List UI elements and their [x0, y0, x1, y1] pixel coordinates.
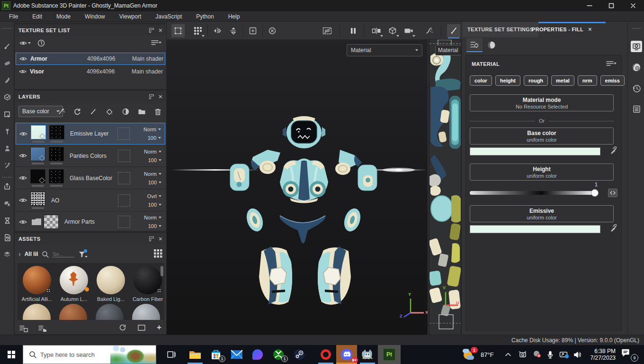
paint-tool-icon[interactable] [2, 41, 12, 51]
float-panel-icon[interactable] [149, 94, 154, 99]
mesh-display-icon[interactable] [386, 24, 399, 37]
maximize-button[interactable] [600, 0, 622, 11]
layer-mask-thumbnail[interactable] [49, 125, 64, 139]
eye-icon[interactable] [16, 56, 30, 61]
menu-edit[interactable]: Edit [25, 11, 49, 22]
float-panel-icon[interactable] [149, 237, 154, 241]
layer-row-ao[interactable]: AO Ovrl 100 [16, 190, 165, 211]
add-group-icon[interactable] [138, 108, 146, 115]
layer-color-thumbnail[interactable] [30, 169, 45, 183]
channel-color-button[interactable]: color [470, 75, 492, 86]
import-resources-icon[interactable] [38, 325, 47, 332]
layer-material-slot[interactable] [118, 172, 130, 184]
taskbar-file-explorer[interactable] [185, 345, 206, 364]
channel-emiss-button[interactable]: emiss [600, 75, 625, 86]
viewport-3d[interactable]: Material Y X Z [167, 40, 428, 335]
asset-item[interactable] [132, 304, 160, 320]
close-panel-icon[interactable]: × [159, 237, 162, 241]
pause-engine-icon[interactable] [347, 24, 360, 37]
minimize-button[interactable] [579, 0, 600, 11]
start-button[interactable] [0, 345, 23, 364]
fill-bucket-icon[interactable] [106, 108, 114, 116]
manipulator-tool-icon[interactable] [171, 24, 185, 37]
taskbar-search[interactable] [23, 345, 156, 364]
blend-mode-select[interactable]: Norm [144, 149, 161, 155]
emissive-eyedropper-icon[interactable] [610, 224, 617, 232]
log-icon[interactable] [631, 103, 642, 115]
menu-viewport[interactable]: Viewport [112, 11, 148, 22]
subtab-properties[interactable] [466, 38, 483, 52]
opacity-select[interactable]: 100 [148, 202, 161, 208]
taskbar-mail[interactable] [226, 345, 247, 364]
close-panel-icon[interactable]: × [159, 28, 162, 33]
paint-brush-icon[interactable] [447, 24, 460, 37]
taskbar-xbox[interactable]: 1 [268, 345, 289, 364]
opacity-select[interactable]: 100 [148, 223, 161, 229]
clone-tool-icon[interactable] [2, 126, 12, 136]
channel-height-button[interactable]: height [495, 75, 520, 86]
asset-item[interactable] [96, 304, 124, 320]
hourglass-icon[interactable] [2, 215, 12, 226]
taskbar-game[interactable] [357, 345, 378, 364]
asset-item[interactable]: Carbon Fiber [131, 266, 164, 302]
filter-icon[interactable] [78, 251, 86, 258]
particles-icon[interactable] [423, 24, 436, 37]
eye-icon[interactable] [16, 153, 30, 158]
polygon-fill-tool-icon[interactable] [2, 92, 12, 102]
bake-icon[interactable] [2, 198, 12, 209]
height-button[interactable]: Height uniform color [470, 164, 614, 181]
tray-disconnected-icon[interactable] [533, 350, 541, 359]
dock-handle[interactable] [631, 27, 642, 29]
taskbar-clock[interactable]: 6:38 PM 7/27/2023 [590, 348, 616, 361]
blend-mode-select[interactable]: Ovrl [147, 193, 161, 199]
delete-layer-icon[interactable] [154, 108, 161, 116]
group-folder-icon[interactable] [32, 218, 41, 225]
uv-tiling-icon[interactable] [191, 24, 205, 37]
grid-view-icon[interactable] [154, 249, 162, 259]
viewport-material-select[interactable]: Material [347, 44, 422, 56]
asset-item[interactable]: Baked Lig... [94, 266, 127, 302]
menu-python[interactable]: Python [189, 11, 221, 22]
texture-set-row-armor[interactable]: Armor 4096x4096 Main shader [16, 53, 165, 65]
channel-nrm-button[interactable]: nrm [578, 75, 597, 86]
base-color-eyedropper-icon[interactable] [610, 146, 617, 154]
add-effect-icon[interactable] [122, 108, 130, 116]
layer-row-panties[interactable]: Panties Colors Norm 100 [16, 145, 165, 167]
panel-menu-icon[interactable] [151, 39, 161, 46]
layer-color-thumbnail[interactable] [30, 147, 45, 161]
emissive-swatch[interactable] [470, 225, 600, 233]
refresh-icon[interactable] [119, 324, 126, 331]
tab-texture-set-settings[interactable]: TEXTURE SET SETTINGS [463, 22, 538, 37]
symmetry-vertical-icon[interactable] [227, 24, 240, 37]
channel-metal-button[interactable]: metal [551, 75, 574, 86]
materials-icon[interactable] [2, 249, 12, 260]
menu-window[interactable]: Window [78, 11, 112, 22]
eye-icon[interactable] [16, 175, 30, 181]
opacity-select[interactable]: 100 [148, 180, 161, 185]
viewport2d-material-select[interactable]: Material [435, 45, 462, 55]
notification-center[interactable]: 9 [621, 348, 637, 361]
channel-filter-select[interactable]: Base color [18, 106, 63, 117]
texture-set-row-visor[interactable]: Visor 4096x4096 Main shader [16, 65, 165, 78]
expand-tree-icon[interactable]: › [18, 250, 21, 258]
tray-capture-icon[interactable] [519, 351, 527, 358]
close-panel-icon[interactable]: × [159, 94, 162, 99]
layer-color-thumbnail[interactable] [31, 125, 46, 139]
float-panel-icon[interactable] [149, 28, 154, 33]
task-view-button[interactable] [161, 345, 182, 364]
layer-mask-thumbnail[interactable] [49, 147, 64, 161]
eye-icon[interactable] [16, 69, 30, 74]
save-shelf-icon[interactable] [19, 325, 28, 332]
subtab-material-sphere[interactable] [483, 38, 500, 52]
export-icon[interactable] [2, 181, 12, 191]
dock-handle[interactable] [2, 176, 12, 178]
layer-row-emissive[interactable]: Emissive Layer Norm 100 [16, 123, 165, 145]
section-menu-icon[interactable] [606, 60, 617, 67]
base-color-swatch[interactable] [470, 147, 600, 155]
assets-search-input[interactable] [53, 251, 74, 257]
assets-breadcrumb[interactable]: All lil [25, 251, 38, 257]
add-asset-icon[interactable]: + [157, 323, 161, 332]
shader-settings-icon[interactable] [631, 62, 642, 73]
height-range-expand-icon[interactable] [608, 189, 617, 197]
weather-icon[interactable]: 1 [463, 348, 477, 361]
